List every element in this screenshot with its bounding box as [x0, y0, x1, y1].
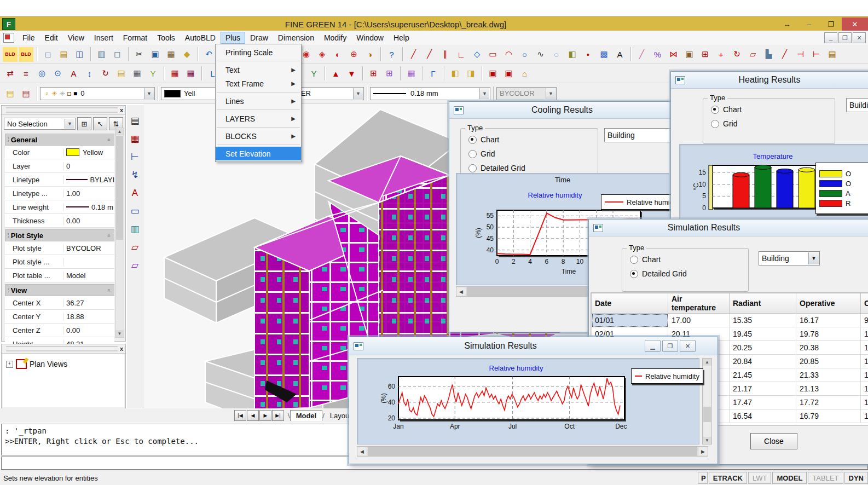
mirror-icon[interactable]: ⋈ — [666, 47, 681, 62]
grid-red-icon[interactable]: ▦ — [167, 66, 182, 81]
zoom-dynamic-icon[interactable]: ◐ — [331, 47, 345, 62]
menu-item-lines[interactable]: Lines▶ — [216, 94, 301, 108]
draw-spline-icon[interactable]: ∿ — [533, 47, 548, 62]
delete-red-icon[interactable]: ▣ — [485, 66, 500, 81]
stats-icon[interactable]: ▦ — [404, 66, 419, 81]
table-cell[interactable]: 11. — [861, 382, 868, 396]
pick-icon[interactable]: ↖ — [93, 117, 107, 130]
layers-a-icon[interactable]: ▤ — [3, 86, 18, 101]
rectangle-blue-icon[interactable]: ▭ — [128, 204, 142, 218]
print-icon[interactable]: ▥ — [94, 47, 109, 62]
menu-insert[interactable]: Insert — [89, 32, 118, 44]
table-header[interactable]: Radiant — [730, 293, 796, 314]
lock-icon[interactable]: ◘ — [67, 90, 71, 97]
cube-yellow-icon[interactable]: ◧ — [448, 66, 462, 81]
copy-icon[interactable]: ▣ — [148, 47, 163, 62]
properties-icon[interactable]: ▦ — [130, 66, 144, 81]
menu-autobld[interactable]: AutoBLD — [180, 32, 221, 44]
mdi-restore-button[interactable]: ❐ — [838, 32, 852, 43]
mdi-close-button[interactable]: ✕ — [853, 32, 866, 43]
print-preview-icon[interactable]: ◻ — [110, 47, 125, 62]
home-icon[interactable]: ⌂ — [517, 66, 532, 81]
close-button[interactable]: ✕ — [842, 18, 868, 31]
window-grid-icon[interactable]: ⊞ — [366, 66, 381, 81]
table-cell[interactable]: 17.47 — [730, 396, 796, 409]
table-cell[interactable]: 16.54 — [730, 409, 796, 423]
draw-parallel-icon[interactable]: ∥ — [438, 47, 453, 62]
table-cell[interactable]: 21.13 — [796, 382, 861, 396]
table-cell[interactable]: 20.84 — [730, 355, 796, 368]
scroll-down-icon[interactable]: ▼ — [703, 437, 711, 444]
lineweight-combo[interactable]: 0.18 mm ▼ — [370, 87, 490, 100]
draw-text-icon[interactable]: A — [612, 47, 627, 62]
menu-item-text-frame[interactable]: Text Frame▶ — [216, 77, 301, 90]
freeze-icon[interactable]: ✳ — [60, 90, 65, 97]
dimension-icon[interactable]: ⊢ — [128, 149, 142, 164]
tab-nav-icon[interactable]: ▶ — [259, 410, 271, 421]
property-row[interactable]: Linetype ...1.00 — [5, 187, 114, 200]
table-header[interactable]: Air temperature — [668, 293, 730, 314]
tab-nav-icon[interactable]: |◀ — [234, 410, 246, 421]
table-header[interactable]: Operative — [796, 293, 861, 314]
table-header[interactable]: Ou — [861, 293, 868, 314]
property-row[interactable]: LinetypeBYLAYI — [5, 173, 114, 187]
sun-icon[interactable]: ☀ — [51, 90, 57, 97]
table-cell[interactable]: 17.00 — [668, 314, 730, 327]
draw-polyline-icon[interactable]: ∟ — [454, 47, 468, 62]
table-cell[interactable]: 20.25 — [730, 341, 796, 355]
new-file-icon[interactable]: □ — [40, 47, 55, 62]
arrow-up-icon[interactable]: ▲ — [328, 66, 343, 81]
building-combo[interactable]: Building ▼ — [759, 251, 820, 265]
copy-object-icon[interactable]: % — [650, 47, 665, 62]
layer-translate-icon[interactable]: ⇄ — [3, 66, 18, 81]
format-painter-icon[interactable]: ◆ — [180, 47, 194, 62]
scroll-up-icon[interactable]: ▲ — [703, 359, 711, 366]
menu-tools[interactable]: Tools — [152, 32, 180, 44]
close-icon[interactable]: x — [120, 107, 123, 113]
edit-purple-icon[interactable]: ▱ — [128, 258, 142, 273]
zoom-scale-icon[interactable]: ⊙ — [50, 66, 65, 81]
bld-edit-icon[interactable]: BLD — [19, 47, 33, 62]
table-cell[interactable]: 9.0 — [861, 314, 868, 327]
scale-icon[interactable]: ▱ — [745, 47, 760, 62]
status-toggle-lwt[interactable]: LWT — [748, 472, 771, 484]
extend-icon[interactable]: ⊣ — [793, 47, 808, 62]
table-cell[interactable]: 20.85 — [796, 355, 861, 368]
layers-manager-icon[interactable]: ▤ — [114, 66, 129, 81]
close-button[interactable]: ✕ — [680, 340, 696, 352]
expand-icon[interactable]: + — [6, 361, 13, 368]
scroll-left-icon[interactable]: ◀ — [456, 287, 466, 296]
tab-nav-icon[interactable]: ◀ — [247, 410, 259, 421]
radio-detailed-grid[interactable]: Detailed Grid — [468, 164, 525, 172]
table-cell[interactable]: 19.45 — [730, 327, 796, 341]
zoom-window-icon[interactable]: ◑ — [362, 47, 377, 62]
mdi-minimize-button[interactable]: _ — [824, 32, 837, 43]
array-icon[interactable]: ⊞ — [698, 47, 713, 62]
tab-model[interactable]: Model — [290, 410, 323, 421]
building-combo[interactable]: Building — [846, 98, 868, 112]
undo-icon[interactable]: ↶ — [201, 47, 216, 62]
menu-window[interactable]: Window — [351, 32, 389, 44]
ucs-icon[interactable]: ↕ — [82, 66, 97, 81]
arrow-down-icon[interactable]: ▼ — [344, 66, 359, 81]
property-row[interactable]: ColorYellow — [5, 146, 114, 159]
draw-rectangle-icon[interactable]: ▭ — [485, 47, 500, 62]
property-row[interactable]: Center Y18.88 — [5, 310, 114, 324]
property-row[interactable]: Plot table ...Model — [5, 269, 114, 282]
draw-line-icon[interactable]: ╱ — [406, 47, 421, 62]
close-dialog-button[interactable]: Close — [750, 433, 797, 449]
span-monitors-button[interactable]: ↔ — [776, 18, 798, 31]
rotate-icon[interactable]: ↻ — [730, 47, 744, 62]
menu-draw[interactable]: Draw — [245, 32, 273, 44]
menu-modify[interactable]: Modify — [319, 32, 351, 44]
table-edit-icon[interactable]: ▦ — [128, 131, 142, 146]
section-header-plot-style[interactable]: ⁞Plot Style» — [5, 229, 114, 241]
move-icon[interactable]: + — [714, 47, 728, 62]
table-cell[interactable]: 12. — [861, 341, 868, 355]
corner-icon[interactable]: Γ — [426, 66, 441, 81]
cut-icon[interactable]: ✂ — [132, 47, 147, 62]
chart-vscrollbar[interactable]: ▲ ▼ — [702, 358, 712, 444]
paste-icon[interactable]: ▦ — [164, 47, 178, 62]
section-header-view[interactable]: ⁞View» — [5, 284, 114, 296]
scroll-left-icon[interactable]: ◀ — [357, 447, 367, 455]
